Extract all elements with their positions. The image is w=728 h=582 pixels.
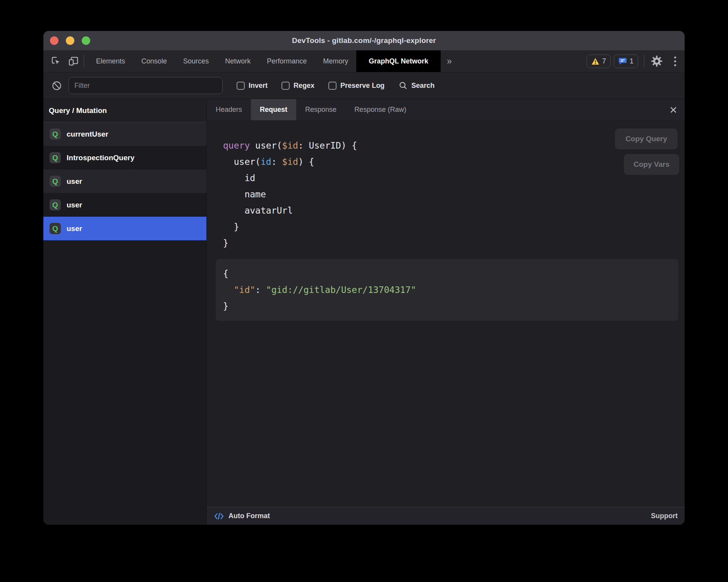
invert-checkbox[interactable] xyxy=(237,82,245,90)
auto-format-label: Auto Format xyxy=(228,512,270,520)
query-list-item-currentuser[interactable]: Q currentUser xyxy=(43,122,206,146)
query-list-header: Query / Mutation xyxy=(43,99,206,122)
tabbar-right-divider xyxy=(644,55,644,68)
copy-query-button[interactable]: Copy Query xyxy=(615,128,678,149)
tab-sources[interactable]: Sources xyxy=(175,50,217,72)
query-item-label: user xyxy=(67,177,82,186)
inspect-element-icon[interactable] xyxy=(50,55,63,68)
tab-memory[interactable]: Memory xyxy=(315,50,356,72)
detail-tab-bar: Headers Request Response Response (Raw) xyxy=(207,99,685,121)
tab-response-raw[interactable]: Response (Raw) xyxy=(345,99,415,120)
regex-label: Regex xyxy=(294,82,314,90)
query-item-label: user xyxy=(67,224,82,233)
clear-block-icon[interactable] xyxy=(50,79,63,92)
preserve-log-checkbox-group[interactable]: Preserve Log xyxy=(328,82,385,90)
search-icon xyxy=(398,81,408,90)
request-detail-panel: Headers Request Response Response (Raw) … xyxy=(207,99,685,525)
tab-console[interactable]: Console xyxy=(133,50,175,72)
query-item-label: user xyxy=(67,201,82,209)
tab-network[interactable]: Network xyxy=(217,50,259,72)
devtools-tab-bar: Elements Console Sources Network Perform… xyxy=(43,50,685,72)
filter-input[interactable] xyxy=(69,77,223,94)
tab-elements[interactable]: Elements xyxy=(88,50,133,72)
request-variables-box: { "id": "gid://gitlab/User/13704317"} xyxy=(216,259,678,321)
auto-format-control[interactable]: Auto Format xyxy=(214,512,270,521)
query-item-label: currentUser xyxy=(67,130,108,139)
tab-graphql-network[interactable]: GraphQL Network xyxy=(356,50,441,72)
devtools-window: DevTools - gitlab.com/-/graphql-explorer xyxy=(43,31,685,525)
message-icon xyxy=(618,57,627,65)
message-count: 1 xyxy=(630,57,634,65)
query-type-badge: Q xyxy=(50,199,61,211)
regex-checkbox-group[interactable]: Regex xyxy=(282,82,314,90)
issues-badge[interactable]: 1 xyxy=(614,55,638,68)
preserve-log-label: Preserve Log xyxy=(340,82,385,90)
close-panel-icon[interactable] xyxy=(669,106,678,114)
copy-vars-button[interactable]: Copy Vars xyxy=(624,154,679,175)
query-list-item-user-2[interactable]: Q user xyxy=(43,193,206,217)
status-bar: Auto Format Support xyxy=(207,507,685,525)
warning-icon xyxy=(591,58,599,65)
filter-bar: Invert Regex Preserve Log Search xyxy=(43,72,685,99)
query-type-badge: Q xyxy=(50,152,61,163)
invert-checkbox-group[interactable]: Invert xyxy=(237,82,268,90)
preserve-log-checkbox[interactable] xyxy=(328,82,337,90)
search-label: Search xyxy=(411,82,434,90)
query-type-badge: Q xyxy=(50,128,61,140)
query-list-panel: Query / Mutation Q currentUser Q Introsp… xyxy=(43,99,207,525)
title-bar: DevTools - gitlab.com/-/graphql-explorer xyxy=(43,31,685,50)
query-list-item-introspectionquery[interactable]: Q IntrospectionQuery xyxy=(43,146,206,169)
warning-count: 7 xyxy=(602,57,606,65)
regex-checkbox[interactable] xyxy=(282,82,290,90)
tab-request[interactable]: Request xyxy=(251,99,296,120)
window-title: DevTools - gitlab.com/-/graphql-explorer xyxy=(43,36,685,45)
search-control[interactable]: Search xyxy=(398,81,434,90)
tab-response[interactable]: Response xyxy=(296,99,345,120)
query-item-label: IntrospectionQuery xyxy=(67,154,134,162)
more-options-kebab-icon[interactable] xyxy=(672,56,678,66)
settings-gear-icon[interactable] xyxy=(650,55,663,68)
invert-label: Invert xyxy=(249,82,268,90)
more-tabs-chevron-icon[interactable]: » xyxy=(441,50,458,72)
toolbar-divider xyxy=(84,55,84,68)
request-content: query user($id: UserID) { user(id: $id) … xyxy=(207,121,685,507)
tab-performance[interactable]: Performance xyxy=(259,50,315,72)
warnings-badge[interactable]: 7 xyxy=(587,55,611,68)
query-type-badge: Q xyxy=(50,223,61,234)
query-type-badge: Q xyxy=(50,176,61,187)
support-link[interactable]: Support xyxy=(651,512,678,520)
query-list-item-user-1[interactable]: Q user xyxy=(43,169,206,193)
code-brackets-icon xyxy=(214,512,224,521)
query-list-item-user-3-selected[interactable]: Q user xyxy=(43,217,206,240)
device-toolbar-icon[interactable] xyxy=(67,55,80,68)
tab-headers[interactable]: Headers xyxy=(207,99,251,120)
graphql-query-code: query user($id: UserID) { user(id: $id) … xyxy=(223,137,678,251)
